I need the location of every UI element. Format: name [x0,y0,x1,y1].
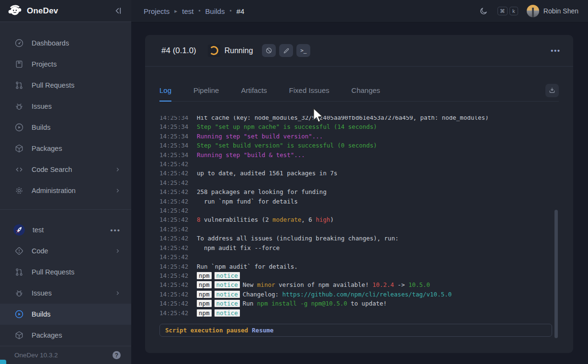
breadcrumb-projects[interactable]: Projects [144,7,170,15]
sidebar-item-label: Code Search [32,166,72,173]
log-text: to update! [347,300,387,307]
sidebar-item-packages[interactable]: Packages [0,138,131,159]
shortcut-hint[interactable]: ⌘ k [498,7,518,15]
breadcrumb-builds[interactable]: Builds [205,7,225,15]
project-more-icon[interactable]: ••• [110,226,121,234]
terminal-button[interactable]: >_ [296,44,310,57]
pull-request-icon [14,80,24,90]
log-line: 14:25:42npmnoticeRun npm install -g npm@… [159,299,552,308]
projects-icon [14,59,24,69]
log-line: 14:25:42 [159,178,552,187]
app-window: OneDev Dashboards Projects Pull Requests… [0,0,588,364]
sidebar-item-dashboards[interactable]: Dashboards [0,33,131,54]
sidebar-item-label: Pull Requests [32,81,74,89]
log-text: Run `npm audit` for details. [197,263,298,270]
log-text: 8 [197,216,201,223]
log-line: 14:25:42 [159,206,552,215]
sidebar-item-label: Pull Requests [32,268,74,276]
gear-icon [14,186,24,195]
tab-artifacts[interactable]: Artifacts [241,86,267,101]
play-circle-icon [14,123,24,132]
sidebar-item-code-search[interactable]: Code Search [0,159,131,180]
build-card: #4 (0.1.0) Running >_ ••• [145,35,573,353]
sidebar-item-projects[interactable]: Projects [0,54,131,75]
dot-separator-icon: • [229,8,231,14]
sidebar-item-label: Issues [32,289,52,297]
pull-request-icon [14,267,24,277]
sidebar-item-project-packages[interactable]: Packages [0,325,131,346]
log-text: 10.2.4 [373,281,394,288]
log-line: 14:25:42npmnotice [159,308,552,317]
log-line: 14:25:42npmnoticeNew minor version of np… [159,280,552,289]
sidebar-project-test[interactable]: test ••• [0,219,131,240]
sidebar-item-label: Dashboards [32,39,69,47]
sidebar-nav: Dashboards Projects Pull Requests Issues… [0,22,131,346]
breadcrumb-test[interactable]: test [182,7,193,15]
help-icon[interactable]: ? [113,351,121,359]
tab-changes[interactable]: Changes [351,86,380,101]
log-line: 14:25:42npmnotice [159,271,552,280]
edit-build-button[interactable] [279,44,293,57]
sidebar-item-administration[interactable]: Administration [0,180,131,201]
sidebar-item-project-issues[interactable]: Issues [0,283,131,304]
log-text: npm audit fix --force [197,244,280,251]
log-text: 258 packages are looking for funding [197,188,327,195]
chevron-right-icon [115,167,121,172]
sidebar-item-project-pull-requests[interactable]: Pull Requests [0,262,131,283]
notice-badge: notice [215,281,240,288]
version-label: OneDev 10.3.2 [14,352,58,359]
log-text: Hit cache (key: node_modules_32/9e2405aa… [197,116,489,121]
log-line: 14:25:42up to date, audited 1561 package… [159,169,552,178]
sidebar-item-project-builds[interactable]: Builds [0,304,131,325]
sidebar: OneDev Dashboards Projects Pull Requests… [0,0,131,364]
log-line: 14:25:42 [159,252,552,262]
tab-pipeline[interactable]: Pipeline [193,86,219,101]
tab-fixed-issues[interactable]: Fixed Issues [289,86,329,101]
running-spinner-icon [208,45,220,57]
log-text: run `npm fund` for details [197,198,298,205]
download-log-button[interactable] [545,84,559,97]
sidebar-header: OneDev [0,0,131,22]
dashboard-icon [14,38,24,48]
dot-separator-icon: • [198,8,200,14]
sidebar-item-builds[interactable]: Builds [0,117,131,138]
log-text: npm install -g npm@10.5.0 [257,300,347,307]
package-icon [14,144,24,153]
log-text: minor [257,281,275,288]
sidebar-collapse-icon[interactable] [113,6,123,15]
log-scrollbar-thumb[interactable] [554,210,558,338]
log-lines: 14:25:34Hit cache (key: node_modules_32/… [159,116,552,317]
chevron-right-icon [115,188,121,193]
more-options-icon[interactable]: ••• [551,47,561,55]
log-line: 14:25:42 npm audit fix --force [159,243,552,252]
build-header: #4 (0.1.0) Running >_ ••• [145,35,573,67]
sidebar-item-label: Code [32,247,48,255]
dark-mode-icon[interactable] [479,7,488,15]
user-avatar[interactable] [527,5,539,17]
cancel-build-button[interactable] [262,44,276,57]
resume-link[interactable]: Resume [252,327,273,334]
notice-badge: notice [215,291,240,298]
user-name[interactable]: Robin Shen [543,7,578,15]
sidebar-item-project-code[interactable]: Code [0,240,131,262]
log-text: Step "set up npm cache" is successful (1… [197,123,377,130]
sidebar-item-label: Projects [32,60,57,68]
page-content: #4 (0.1.0) Running >_ ••• [131,23,588,364]
log-line: 14:25:34Step "set up npm cache" is succe… [159,122,552,131]
log-text: Run [243,300,257,307]
log-text: version of npm available! [275,281,372,288]
log-text: ) [330,216,334,223]
sidebar-item-label: Packages [32,331,62,339]
log-line: 14:25:34Running step "build & test"... [159,150,552,159]
npm-badge: npm [197,300,212,307]
sidebar-footer: OneDev 10.3.2 ? [0,346,131,364]
sidebar-item-label: Issues [32,102,52,110]
build-status: Running [225,46,253,55]
sidebar-item-issues[interactable]: Issues [0,96,131,117]
brand-name: OneDev [27,6,58,16]
tab-log[interactable]: Log [159,86,171,102]
sidebar-item-pull-requests[interactable]: Pull Requests [0,75,131,96]
paused-bar: Script execution paused Resume [159,324,552,337]
main-area: Projects ▸ test • Builds • #4 ⌘ k Robin … [131,0,588,364]
sidebar-item-label: Builds [32,124,51,131]
